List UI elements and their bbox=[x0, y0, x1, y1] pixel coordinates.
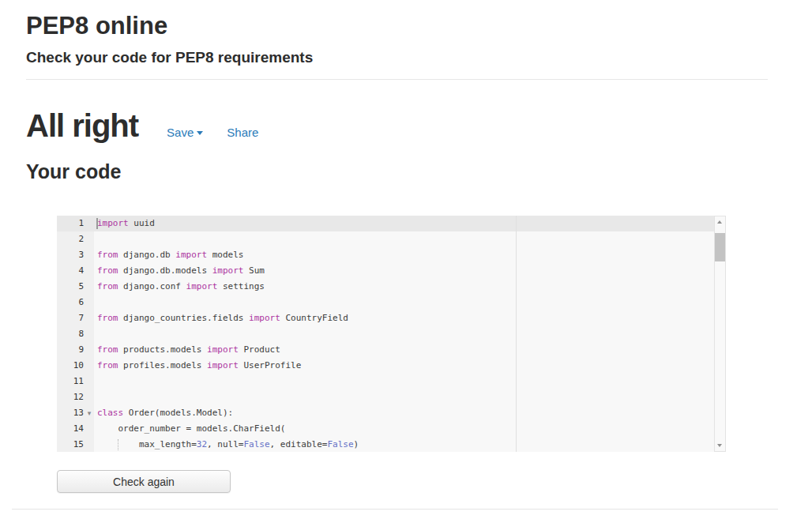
line-number: 5 bbox=[57, 279, 94, 295]
line-number: 4 bbox=[57, 263, 94, 279]
scrollbar-up-button[interactable] bbox=[715, 216, 725, 228]
caret-down-icon bbox=[197, 131, 203, 135]
share-link[interactable]: Share bbox=[227, 126, 258, 139]
footer-divider bbox=[12, 509, 778, 510]
header-divider bbox=[26, 79, 768, 80]
pep8-online-page: PEP8 online Check your code for PEP8 req… bbox=[0, 0, 812, 519]
line-number: 14 bbox=[57, 421, 94, 437]
text-cursor bbox=[96, 218, 98, 229]
code-line-text: from django_countries.fields import Coun… bbox=[97, 310, 348, 326]
code-line-text: from django.db.models import Sum bbox=[97, 263, 265, 279]
code-line[interactable]: 12 bbox=[57, 389, 714, 405]
fold-arrow-icon[interactable]: ▾ bbox=[85, 405, 94, 421]
line-number: 7 bbox=[57, 310, 94, 326]
code-line-text: from django.db import models bbox=[97, 247, 243, 263]
page-subtitle: Check your code for PEP8 requirements bbox=[26, 49, 313, 66]
line-number: 9 bbox=[57, 342, 94, 358]
code-line[interactable]: 4from django.db.models import Sum bbox=[57, 263, 714, 279]
line-number: 8 bbox=[57, 326, 94, 342]
scrollbar-thumb[interactable] bbox=[715, 233, 725, 261]
code-line-text: class Order(models.Model): bbox=[97, 405, 233, 421]
code-line[interactable]: 15 max_length=32, null=False, editable=F… bbox=[57, 437, 714, 452]
code-line-text: max_length=32, null=False, editable=Fals… bbox=[97, 437, 359, 452]
result-status-heading: All right bbox=[26, 108, 138, 144]
code-line[interactable]: 5from django.conf import settings bbox=[57, 279, 714, 295]
code-line-text: from django.conf import settings bbox=[97, 279, 265, 295]
scroll-down-arrow-icon bbox=[717, 444, 722, 447]
editor-scrollbar[interactable] bbox=[714, 216, 726, 452]
code-editor-rows-area: 1import uuid23from django.db import mode… bbox=[57, 216, 714, 452]
code-line-text: order_number = models.CharField( bbox=[97, 421, 285, 437]
code-line[interactable]: 11 bbox=[57, 374, 714, 389]
page-title: PEP8 online bbox=[26, 12, 167, 40]
check-again-button[interactable]: Check again bbox=[57, 470, 231, 493]
result-row: All right Save Share bbox=[26, 108, 258, 144]
line-number: 11 bbox=[57, 374, 94, 389]
save-label: Save bbox=[167, 126, 194, 139]
line-number: 2 bbox=[57, 231, 94, 247]
code-editor-rows: 1import uuid23from django.db import mode… bbox=[57, 216, 714, 452]
code-line-text: import uuid bbox=[97, 216, 155, 231]
code-line[interactable]: 14 order_number = models.CharField( bbox=[57, 421, 714, 437]
code-line[interactable]: 9from products.models import Product bbox=[57, 342, 714, 358]
code-editor[interactable]: 1import uuid23from django.db import mode… bbox=[57, 216, 726, 452]
line-number: 12 bbox=[57, 389, 94, 405]
line-number: 10 bbox=[57, 358, 94, 374]
print-margin-line bbox=[516, 216, 517, 452]
code-line-text: from products.models import Product bbox=[97, 342, 280, 358]
line-number: 1 bbox=[57, 216, 94, 231]
code-line[interactable]: 6 bbox=[57, 295, 714, 310]
indent-guide bbox=[118, 439, 118, 450]
code-line[interactable]: 7from django_countries.fields import Cou… bbox=[57, 310, 714, 326]
scrollbar-down-button[interactable] bbox=[715, 440, 725, 451]
code-line[interactable]: 2 bbox=[57, 231, 714, 247]
your-code-heading: Your code bbox=[26, 160, 121, 183]
line-number: 15 bbox=[57, 437, 94, 452]
code-line[interactable]: 1import uuid bbox=[57, 216, 714, 231]
scroll-up-arrow-icon bbox=[717, 220, 722, 224]
code-line[interactable]: 10from profiles.models import UserProfil… bbox=[57, 358, 714, 374]
code-line[interactable]: 8 bbox=[57, 326, 714, 342]
code-line-text: from profiles.models import UserProfile bbox=[97, 358, 301, 374]
line-number: 3 bbox=[57, 247, 94, 263]
save-dropdown-link[interactable]: Save bbox=[167, 126, 203, 139]
code-line[interactable]: 3from django.db import models bbox=[57, 247, 714, 263]
line-number: 6 bbox=[57, 295, 94, 310]
code-line[interactable]: 13▾class Order(models.Model): bbox=[57, 405, 714, 421]
